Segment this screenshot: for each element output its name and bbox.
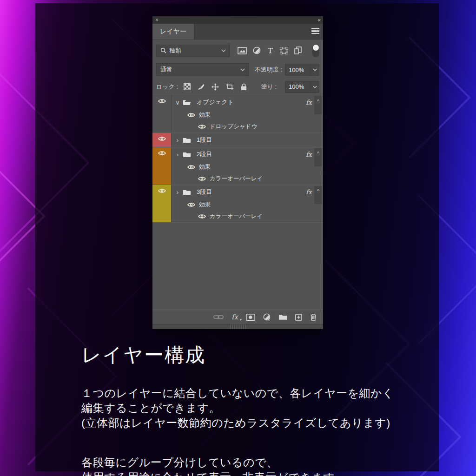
open-folder-icon [183, 99, 191, 106]
panel-tab-bar: レイヤー [152, 24, 323, 40]
lock-all-icon[interactable] [241, 83, 247, 91]
layer-group-block: › 1段目 [152, 133, 323, 147]
visibility-eye-icon[interactable] [187, 112, 195, 118]
filter-toggle[interactable] [312, 44, 319, 57]
chevron-expanded-icon[interactable]: ∨ [174, 99, 181, 106]
caption-line: 各段毎にグループ分けしているので、 [81, 455, 394, 470]
collapse-panel-icon[interactable]: « [317, 17, 320, 23]
new-adjustment-layer-icon[interactable] [263, 313, 271, 321]
caption-line: １つのレイヤーに結合していないので、各レイヤーを細かく [81, 386, 394, 401]
folder-icon [183, 152, 191, 158]
link-layers-icon[interactable] [213, 314, 224, 320]
caption-line: 編集することができます。 [81, 401, 394, 416]
visibility-eye-icon[interactable] [158, 188, 166, 222]
fx-badge: fx [306, 188, 312, 196]
blend-mode-value: 通常 [160, 66, 172, 74]
layer-name[interactable]: 1段目 [197, 136, 212, 144]
panel-menu-icon[interactable] [311, 28, 319, 34]
effect-name: カラーオーバーレイ [210, 212, 263, 220]
layer-list: ∨ オブジェクト fx ^ 効果 ドロップシャドウ [152, 95, 323, 223]
lock-label: ロック : [156, 83, 178, 91]
lock-transparency-icon[interactable] [184, 83, 191, 90]
layer-group-row[interactable]: › 3段目 fx ^ [172, 185, 323, 199]
effect-name: ドロップシャドウ [210, 123, 257, 131]
opacity-label: 不透明度 : [255, 66, 282, 74]
visibility-eye-icon[interactable] [198, 176, 206, 181]
layer-color-label-orange [152, 147, 172, 185]
caption-section: レイヤー構成 １つのレイヤーに結合していないので、各レイヤーを細かく 編集するこ… [81, 342, 394, 476]
smart-object-filter-icon[interactable] [294, 46, 302, 54]
close-icon[interactable]: × [155, 18, 159, 22]
resize-grip[interactable] [230, 324, 246, 329]
filter-type-select[interactable]: 種類 [156, 44, 230, 57]
opacity-value[interactable]: 100% [285, 66, 311, 73]
new-group-icon[interactable] [278, 314, 287, 320]
lock-artboard-icon[interactable] [226, 83, 234, 90]
effect-row[interactable]: カラーオーバーレイ [172, 211, 323, 222]
collapse-effects-button[interactable]: ^ [314, 148, 322, 166]
folder-icon [183, 137, 191, 143]
layer-group-row[interactable]: › 1段目 [172, 133, 323, 147]
layer-group-row[interactable]: ∨ オブジェクト fx ^ [172, 95, 323, 109]
effects-header-row[interactable]: 効果 [172, 109, 323, 121]
opacity-field[interactable]: 100% [285, 64, 319, 76]
fill-field[interactable]: 100% [285, 81, 319, 93]
layer-group-block: ∨ オブジェクト fx ^ 効果 ドロップシャドウ [152, 95, 323, 133]
lock-row: ロック : 塗り : 100% [152, 79, 323, 95]
layers-panel: × « レイヤー 種類 通常 不透明度 : 100% [152, 16, 323, 329]
caption-title: レイヤー構成 [81, 342, 394, 368]
layer-group-row[interactable]: › 2段目 fx ^ [172, 147, 323, 161]
visibility-eye-icon[interactable] [187, 202, 195, 207]
new-layer-icon[interactable] [295, 314, 302, 321]
delete-layer-trash-icon[interactable] [310, 313, 317, 321]
layer-name[interactable]: 3段目 [197, 188, 212, 196]
visibility-eye-icon[interactable] [158, 151, 166, 185]
fx-badge: fx [306, 99, 312, 106]
chevron-collapsed-icon[interactable]: › [174, 151, 181, 158]
visibility-eye-icon[interactable] [158, 99, 166, 132]
search-icon [160, 47, 166, 53]
layer-group-block: › 2段目 fx ^ 効果 カラーオーバーレイ [152, 147, 323, 185]
type-layer-filter-icon[interactable] [267, 47, 274, 54]
effects-header-label: 効果 [199, 163, 211, 171]
effect-row[interactable]: カラーオーバーレイ [172, 173, 323, 185]
fill-label: 塗り : [261, 83, 277, 91]
layer-name[interactable]: オブジェクト [197, 98, 234, 106]
effect-row[interactable]: ドロップシャドウ [172, 121, 323, 132]
visibility-eye-icon[interactable] [198, 124, 206, 129]
visibility-eye-icon[interactable] [198, 214, 206, 219]
visibility-eye-icon[interactable] [187, 165, 195, 170]
fill-value[interactable]: 100% [285, 83, 311, 90]
effects-header-label: 効果 [199, 111, 211, 119]
blend-mode-select[interactable]: 通常 [156, 63, 249, 76]
chevron-collapsed-icon[interactable]: › [174, 137, 181, 144]
chevron-down-icon[interactable] [313, 68, 317, 71]
effects-header-row[interactable]: 効果 [172, 199, 323, 211]
chevron-down-icon [240, 68, 245, 71]
chevron-collapsed-icon[interactable]: › [174, 189, 181, 196]
fx-badge: fx [306, 151, 312, 158]
chevron-down-icon[interactable] [313, 86, 317, 88]
lock-pixels-brush-icon[interactable] [198, 83, 205, 90]
filter-row: 種類 [152, 40, 323, 61]
shape-layer-filter-icon[interactable] [280, 47, 288, 54]
visibility-eye-icon[interactable] [158, 136, 166, 147]
tab-layers[interactable]: レイヤー [152, 24, 194, 40]
pixel-layer-filter-icon[interactable] [238, 47, 247, 54]
caption-line: (立体部はレイヤー数節約のためラスタライズしてあります) [81, 416, 394, 430]
collapse-effects-button[interactable]: ^ [314, 186, 322, 204]
caption-line: 使用する用途に合わせて表示・非表示ができます。 [81, 470, 394, 476]
panel-resize-strip[interactable] [152, 324, 323, 329]
collapse-effects-button[interactable]: ^ [314, 96, 322, 114]
layer-style-fx-icon[interactable]: fx▾ [231, 313, 238, 321]
chevron-down-icon [221, 49, 226, 52]
panel-footer-toolbar: fx▾ [152, 310, 323, 324]
folder-icon [183, 189, 191, 195]
layer-list-empty-area [152, 223, 323, 310]
effects-header-row[interactable]: 効果 [172, 161, 323, 173]
add-layer-mask-icon[interactable] [246, 314, 255, 321]
layer-name[interactable]: 2段目 [197, 150, 212, 159]
lock-position-move-icon[interactable] [212, 83, 219, 91]
adjustment-layer-filter-icon[interactable] [253, 46, 261, 54]
filter-type-value: 種類 [169, 46, 181, 55]
